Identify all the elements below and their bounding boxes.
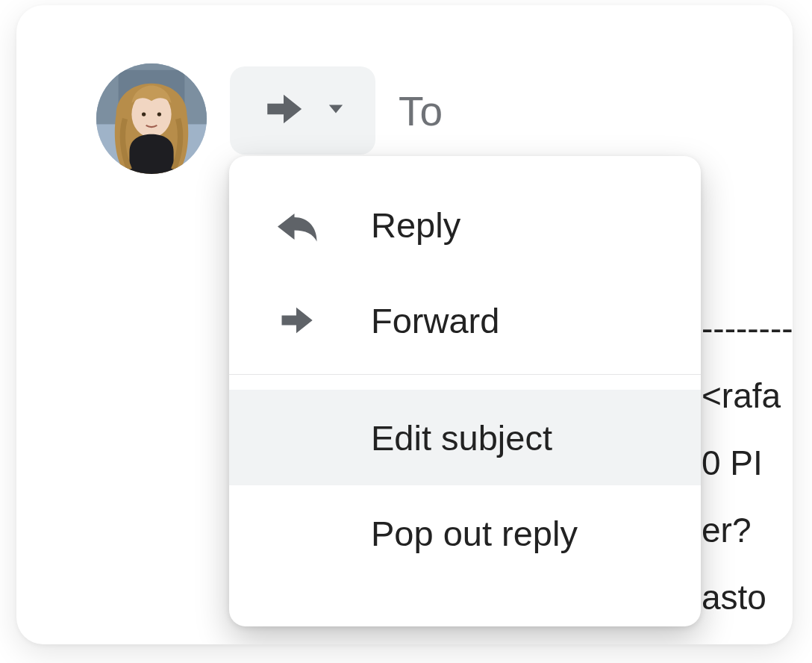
avatar-illustration xyxy=(96,63,207,174)
to-label[interactable]: To xyxy=(399,87,443,135)
forward-icon xyxy=(274,301,371,340)
menu-item-label: Forward xyxy=(371,300,499,341)
forward-icon xyxy=(262,87,305,134)
avatar xyxy=(96,63,207,174)
menu-item-label: Pop out reply xyxy=(371,513,578,554)
menu-item-pop-out-reply[interactable]: Pop out reply xyxy=(229,485,701,581)
menu-item-edit-subject[interactable]: Edit subject xyxy=(229,390,701,485)
reply-mode-menu: Reply Forward Edit subject Pop out reply xyxy=(229,156,701,626)
reply-mode-button[interactable] xyxy=(230,66,375,155)
menu-item-label: Reply xyxy=(371,205,460,246)
chevron-down-icon xyxy=(328,103,344,118)
quoted-message-text: ----------- <rafa 0 PI er? asto xyxy=(702,295,793,631)
svg-point-4 xyxy=(142,112,146,116)
reply-icon xyxy=(274,205,371,244)
menu-item-label: Edit subject xyxy=(371,417,552,458)
menu-item-reply[interactable]: Reply xyxy=(229,177,701,273)
menu-item-forward[interactable]: Forward xyxy=(229,273,701,368)
svg-point-5 xyxy=(157,112,161,116)
compose-card: To ----------- <rafa 0 PI er? asto Reply… xyxy=(16,5,793,644)
